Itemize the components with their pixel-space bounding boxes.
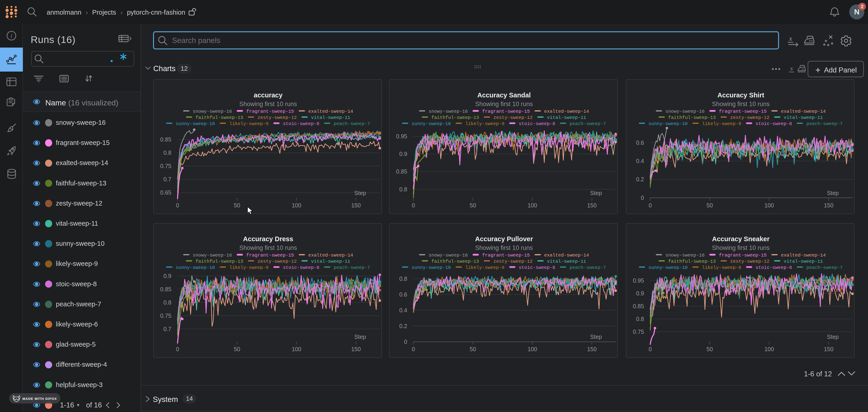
svg-text:0.6: 0.6 xyxy=(636,139,644,146)
svg-text:0.75: 0.75 xyxy=(633,328,644,335)
svg-text:150: 150 xyxy=(351,346,361,352)
svg-text:Showing first 10 runs: Showing first 10 runs xyxy=(475,245,533,251)
svg-text:0: 0 xyxy=(404,339,407,345)
svg-text:0.95: 0.95 xyxy=(396,133,407,139)
svg-text:sunny-sweep-10: sunny-sweep-10 xyxy=(648,121,687,126)
svg-text:exalted-sweep-14: exalted-sweep-14 xyxy=(308,253,353,258)
svg-text:vital-sweep-11: vital-sweep-11 xyxy=(547,115,586,120)
svg-text:Step: Step xyxy=(354,190,366,196)
svg-text:faithful-sweep-13: faithful-sweep-13 xyxy=(196,115,243,120)
svg-text:peach-sweep-7: peach-sweep-7 xyxy=(806,121,843,126)
svg-text:0.4: 0.4 xyxy=(399,307,407,313)
svg-text:0.85: 0.85 xyxy=(160,286,172,292)
svg-text:150: 150 xyxy=(824,346,833,352)
svg-text:Accuracy Sneaker: Accuracy Sneaker xyxy=(712,235,770,243)
svg-text:stoic-sweep-8: stoic-sweep-8 xyxy=(519,265,555,270)
svg-text:0.9: 0.9 xyxy=(636,290,644,296)
svg-text:50: 50 xyxy=(234,346,240,352)
svg-text:150: 150 xyxy=(824,202,833,209)
svg-text:0.8: 0.8 xyxy=(163,299,172,306)
svg-text:Accuracy Shirt: Accuracy Shirt xyxy=(717,91,764,99)
svg-text:100: 100 xyxy=(764,346,774,352)
svg-text:fragrant-sweep-15: fragrant-sweep-15 xyxy=(482,253,530,258)
svg-text:stoic-sweep-8: stoic-sweep-8 xyxy=(519,121,555,126)
svg-text:0.7: 0.7 xyxy=(163,326,172,332)
svg-text:faithful-sweep-13: faithful-sweep-13 xyxy=(196,259,243,264)
svg-text:zesty-sweep-12: zesty-sweep-12 xyxy=(494,259,533,264)
svg-text:zesty-sweep-12: zesty-sweep-12 xyxy=(258,115,297,120)
svg-text:fragrant-sweep-15: fragrant-sweep-15 xyxy=(246,109,294,114)
svg-text:likely-sweep-9: likely-sweep-9 xyxy=(465,121,504,126)
svg-text:Step: Step xyxy=(590,334,602,340)
svg-text:0.8: 0.8 xyxy=(163,150,172,156)
svg-text:0.6: 0.6 xyxy=(399,291,407,298)
svg-text:0: 0 xyxy=(641,195,644,201)
svg-text:0.65: 0.65 xyxy=(160,189,172,196)
svg-text:100: 100 xyxy=(764,202,774,209)
svg-text:vital-sweep-11: vital-sweep-11 xyxy=(547,259,586,264)
svg-text:zesty-sweep-12: zesty-sweep-12 xyxy=(730,115,769,120)
svg-text:Accuracy Dress: Accuracy Dress xyxy=(243,235,293,243)
svg-text:50: 50 xyxy=(234,202,240,209)
svg-text:0.8: 0.8 xyxy=(399,186,407,192)
svg-text:stoic-sweep-8: stoic-sweep-8 xyxy=(283,121,319,126)
svg-text:Showing first 10 runs: Showing first 10 runs xyxy=(475,101,533,107)
svg-text:Accuracy Sandal: Accuracy Sandal xyxy=(477,91,531,99)
svg-text:peach-sweep-7: peach-sweep-7 xyxy=(806,265,843,270)
svg-text:exalted-sweep-14: exalted-sweep-14 xyxy=(544,253,589,258)
svg-text:0.75: 0.75 xyxy=(160,313,172,319)
svg-text:Step: Step xyxy=(354,334,366,340)
svg-text:100: 100 xyxy=(292,346,301,352)
svg-text:snowy-sweep-16: snowy-sweep-16 xyxy=(193,253,232,258)
svg-text:snowy-sweep-16: snowy-sweep-16 xyxy=(429,109,468,114)
svg-text:0.95: 0.95 xyxy=(633,277,644,284)
svg-text:faithful-sweep-13: faithful-sweep-13 xyxy=(668,259,716,264)
svg-text:stoic-sweep-8: stoic-sweep-8 xyxy=(283,265,319,270)
svg-text:0.8: 0.8 xyxy=(399,276,407,282)
svg-text:50: 50 xyxy=(470,202,476,209)
svg-text:faithful-sweep-13: faithful-sweep-13 xyxy=(432,259,479,264)
svg-text:stoic-sweep-8: stoic-sweep-8 xyxy=(756,121,792,126)
svg-text:50: 50 xyxy=(707,202,713,209)
svg-text:50: 50 xyxy=(470,346,476,352)
svg-text:peach-sweep-7: peach-sweep-7 xyxy=(334,121,370,126)
svg-text:0.7: 0.7 xyxy=(163,176,172,183)
svg-text:150: 150 xyxy=(351,202,361,209)
svg-text:zesty-sweep-12: zesty-sweep-12 xyxy=(494,115,533,120)
svg-text:x: x xyxy=(790,65,793,72)
svg-text:Step: Step xyxy=(827,334,839,340)
svg-text:vital-sweep-11: vital-sweep-11 xyxy=(784,115,823,120)
svg-text:stoic-sweep-8: stoic-sweep-8 xyxy=(756,265,792,270)
svg-text:fragrant-sweep-15: fragrant-sweep-15 xyxy=(719,109,767,114)
svg-text:exalted-sweep-14: exalted-sweep-14 xyxy=(308,109,353,114)
svg-text:100: 100 xyxy=(292,202,301,209)
svg-text:Showing first 10 runs: Showing first 10 runs xyxy=(712,245,770,251)
svg-text:x: x xyxy=(789,35,792,42)
svg-text:snowy-sweep-16: snowy-sweep-16 xyxy=(193,109,232,114)
svg-text:50: 50 xyxy=(707,346,713,352)
svg-text:0: 0 xyxy=(176,202,179,209)
svg-text:zesty-sweep-12: zesty-sweep-12 xyxy=(258,259,297,264)
svg-text:Step: Step xyxy=(827,190,839,196)
svg-text:exalted-sweep-14: exalted-sweep-14 xyxy=(781,253,826,258)
svg-text:zesty-sweep-12: zesty-sweep-12 xyxy=(730,259,769,264)
svg-text:exalted-sweep-14: exalted-sweep-14 xyxy=(544,109,589,114)
svg-text:Step: Step xyxy=(590,190,602,196)
svg-text:sunny-sweep-10: sunny-sweep-10 xyxy=(176,121,215,126)
svg-text:0: 0 xyxy=(412,202,415,209)
svg-text:peach-sweep-7: peach-sweep-7 xyxy=(569,265,606,270)
svg-text:peach-sweep-7: peach-sweep-7 xyxy=(334,265,370,270)
svg-text:0: 0 xyxy=(412,346,415,352)
svg-text:0.85: 0.85 xyxy=(633,303,644,309)
svg-text:Showing first 10 runs: Showing first 10 runs xyxy=(239,245,297,251)
svg-text:peach-sweep-7: peach-sweep-7 xyxy=(569,121,606,126)
svg-text:fragrant-sweep-15: fragrant-sweep-15 xyxy=(719,253,767,258)
svg-text:likely-sweep-9: likely-sweep-9 xyxy=(229,121,268,126)
svg-text:150: 150 xyxy=(587,202,597,209)
svg-text:snowy-sweep-16: snowy-sweep-16 xyxy=(665,253,705,258)
svg-text:vital-sweep-11: vital-sweep-11 xyxy=(311,259,350,264)
svg-text:0.85: 0.85 xyxy=(396,168,407,175)
svg-text:likely-sweep-9: likely-sweep-9 xyxy=(229,265,268,270)
svg-text:sunny-sweep-10: sunny-sweep-10 xyxy=(411,265,451,270)
svg-text:snowy-sweep-16: snowy-sweep-16 xyxy=(665,109,705,114)
